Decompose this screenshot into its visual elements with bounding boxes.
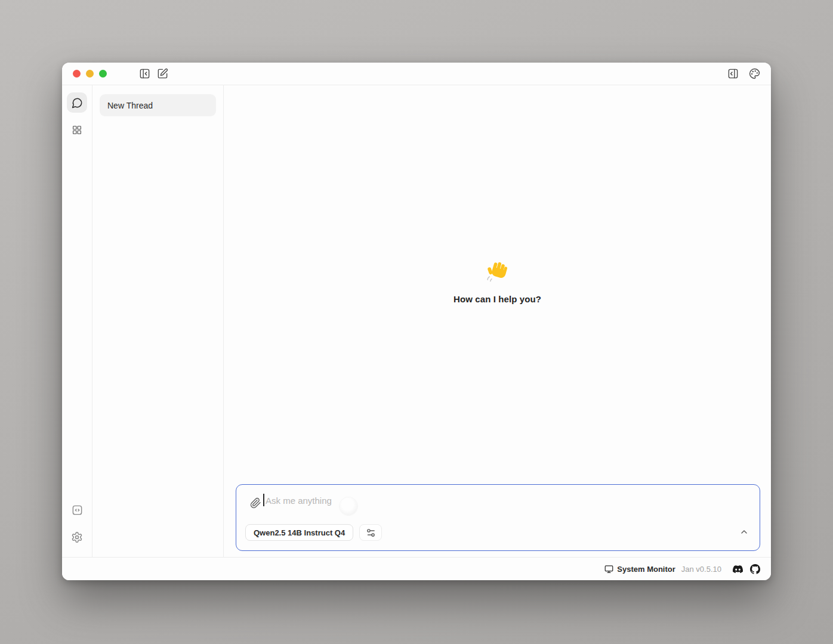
new-thread-icon[interactable] (157, 68, 168, 79)
toggle-left-panel-icon[interactable] (139, 68, 150, 79)
thread-list-item[interactable]: New Thread (100, 94, 216, 116)
model-settings-icon[interactable] (359, 524, 382, 541)
titlebar-left-icons (139, 68, 168, 79)
system-monitor-label: System Monitor (617, 565, 675, 574)
close-button[interactable] (73, 70, 81, 78)
github-icon[interactable] (750, 564, 760, 574)
apps-grid-icon[interactable] (67, 120, 87, 140)
chat-threads-icon[interactable] (67, 92, 87, 113)
status-bar: System Monitor Jan v0.5.10 (62, 557, 771, 580)
text-caret (263, 494, 264, 506)
statusbar-social-icons (733, 564, 760, 574)
thread-list-panel: New Thread (92, 85, 224, 557)
waving-hand-emoji (486, 260, 510, 286)
app-window: New Thread (62, 63, 771, 580)
minimize-button[interactable] (86, 70, 94, 78)
greeting: How can I help you? (224, 260, 771, 304)
message-input[interactable] (266, 493, 516, 508)
main-chat-area: How can I help you? Qwen2.5 14B Instruct… (224, 85, 771, 557)
icon-rail (62, 85, 92, 557)
settings-gear-icon[interactable] (67, 527, 87, 547)
titlebar-right-icons (727, 68, 760, 79)
content-area: New Thread (62, 85, 771, 557)
app-version-label: Jan v0.5.10 (681, 565, 721, 574)
thread-title: New Thread (107, 101, 153, 110)
rail-top-group (67, 92, 87, 140)
discord-icon[interactable] (733, 565, 743, 573)
monitor-icon (604, 565, 613, 574)
theme-palette-icon[interactable] (749, 68, 760, 79)
toggle-right-panel-icon[interactable] (727, 68, 739, 79)
traffic-lights (73, 70, 107, 78)
model-selector[interactable]: Qwen2.5 14B Instruct Q4 (245, 524, 353, 541)
system-monitor-button[interactable]: System Monitor (604, 565, 675, 574)
local-api-server-icon[interactable] (67, 500, 87, 520)
chevron-up-icon[interactable] (739, 527, 749, 538)
model-selector-label: Qwen2.5 14B Instruct Q4 (254, 528, 345, 537)
rail-bottom-group (67, 500, 87, 547)
zoom-button[interactable] (99, 70, 107, 78)
paperclip-icon[interactable] (250, 497, 261, 511)
titlebar (62, 63, 771, 85)
greeting-text: How can I help you? (224, 294, 771, 304)
composer-toolbar: Qwen2.5 14B Instruct Q4 (245, 524, 382, 541)
composer: Qwen2.5 14B Instruct Q4 (236, 484, 760, 551)
